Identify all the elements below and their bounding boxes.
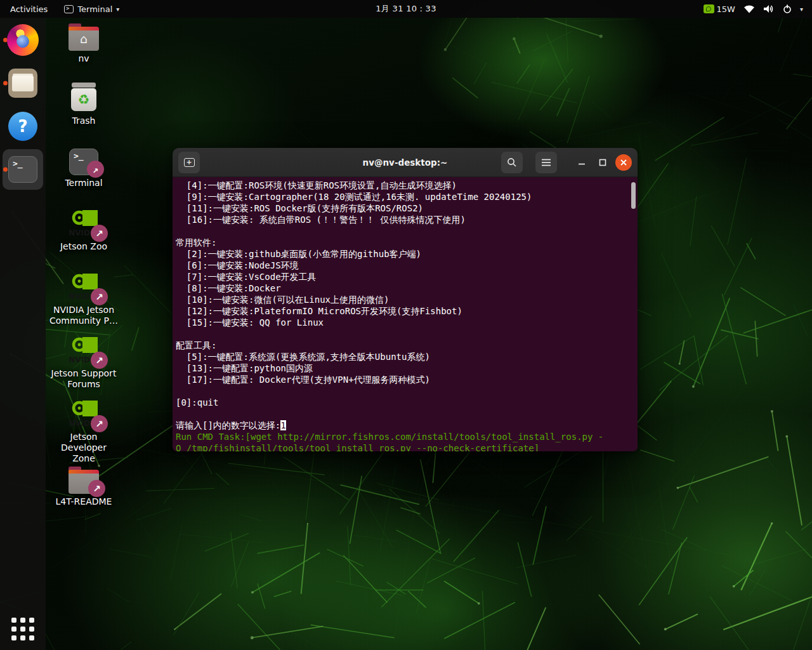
desktop-icon-label: NVIDIA Jetson Community P… <box>48 305 119 326</box>
nvidia-link-icon: NVIDIA ↗ <box>66 209 102 239</box>
help-icon: ? <box>8 112 37 141</box>
app-menu-label: Terminal <box>77 4 112 14</box>
link-arrow-icon: ↗ <box>91 415 108 432</box>
link-arrow-icon: ↗ <box>91 288 108 305</box>
running-indicator-dot <box>3 168 8 172</box>
link-arrow-icon: ↗ <box>88 480 105 497</box>
house-icon: ⌂ <box>69 32 99 45</box>
chevron-down-icon: ▾ <box>116 6 119 13</box>
system-menu-caret-icon: ▾ <box>800 6 803 13</box>
dock-item-terminal[interactable]: >_ <box>0 148 46 191</box>
clock-label: 1月 31 10：33 <box>376 3 436 15</box>
terminal-line: [2]:一键安装:github桌面版(小鱼常用的github客户端) <box>176 248 629 260</box>
menu-button[interactable] <box>535 152 557 173</box>
link-arrow-icon: ↗ <box>91 225 108 242</box>
search-button[interactable] <box>501 152 523 173</box>
new-tab-button[interactable]: + <box>178 152 200 173</box>
activities-button[interactable]: Activities <box>0 0 58 18</box>
dock: ? >_ <box>0 18 46 650</box>
terminal-line: [13]:一键配置:python国内源 <box>176 362 629 374</box>
terminal-prompt-line: 请输入[]内的数字以选择:1 <box>176 420 629 431</box>
terminal-icon: >_ <box>8 156 37 183</box>
nvidia-power-icon <box>704 4 714 13</box>
minimize-button[interactable] <box>573 154 590 171</box>
terminal-line: 配置工具: <box>176 340 629 351</box>
desktop-icon-nv[interactable]: ⌂ nv <box>48 22 119 64</box>
typed-input-cursor: 1 <box>280 420 285 430</box>
prompt-text: 请输入[]内的数字以选择: <box>176 420 280 430</box>
terminal-line: [6]:一键安装:NodeJS环境 <box>176 260 629 271</box>
power-mode-indicator: 15W <box>704 4 735 14</box>
terminal-command-line: O /tmp/fishinstall/tools/tool_install_ro… <box>176 442 629 451</box>
link-arrow-icon: ↗ <box>87 161 104 178</box>
titlebar-controls <box>501 152 632 173</box>
terminal-line <box>176 225 629 237</box>
show-applications-button[interactable] <box>11 617 35 641</box>
desktop-icon-jetson-support-forums[interactable]: NVIDIA ↗ Jetson Support Forums <box>48 336 119 390</box>
terminal-line <box>176 385 629 397</box>
top-bar: Activities > Terminal ▾ 1月 31 10：33 15W … <box>0 0 812 18</box>
trash-icon: ♻ <box>70 83 98 113</box>
firefox-icon <box>7 24 39 56</box>
hamburger-menu-icon <box>541 159 551 166</box>
app-menu-button[interactable]: > Terminal ▾ <box>58 0 126 18</box>
desktop-icon-label: Jetson Zoo <box>60 241 107 252</box>
system-status-area[interactable]: 15W ▾ <box>704 0 812 18</box>
recycle-icon: ♻ <box>78 92 90 107</box>
close-icon <box>620 159 627 166</box>
top-bar-left: Activities > Terminal ▾ <box>0 0 126 18</box>
nvidia-link-icon: NVIDIA ↗ <box>66 336 102 366</box>
terminal-line: [17]:一键配置: Docker代理(支持VPN+代理服务两种模式) <box>176 374 629 385</box>
desktop-icon-terminal[interactable]: >_ ↗ Terminal <box>48 149 119 189</box>
desktop-icon-label: Terminal <box>65 178 102 189</box>
desktop-icon-label: L4T-README <box>56 496 112 507</box>
clock-button[interactable]: 1月 31 10：33 <box>376 0 436 18</box>
terminal-line <box>176 328 629 340</box>
terminal-line: [11]:一键安装:ROS Docker版(支持所有版本ROS/ROS2) <box>176 202 629 214</box>
terminal-line: [5]:一键配置:系统源(更换系统源,支持全版本Ubuntu系统) <box>176 351 629 362</box>
terminal-line: [7]:一键安装:VsCode开发工具 <box>176 271 629 282</box>
files-icon <box>8 69 37 98</box>
close-button[interactable] <box>615 154 632 171</box>
terminal-content[interactable]: [4]:一键配置:ROS环境(快速更新ROS环境设置,自动生成环境选择) [9]… <box>173 177 638 451</box>
terminal-command-line: Run CMD Task:[wget http://mirror.fishros… <box>176 431 629 442</box>
desktop-icon-jetson-developer-zone[interactable]: NVIDIA ↗ Jetson Developer Zone <box>48 400 119 464</box>
terminal-line <box>176 408 629 420</box>
terminal-line: [16]:一键安装: 系统自带ROS (！！警告！！ 仅供特殊情况下使用) <box>176 214 629 225</box>
activities-label: Activities <box>10 4 48 14</box>
minimize-icon <box>578 159 586 166</box>
search-icon <box>507 157 517 168</box>
desktop-icon-nvidia-jetson-community[interactable]: NVIDIA ↗ NVIDIA Jetson Community P… <box>48 273 119 326</box>
volume-icon <box>763 4 775 13</box>
terminal-line: [8]:一键安装:Docker <box>176 282 629 294</box>
maximize-icon <box>599 159 606 166</box>
terminal-titlebar[interactable]: + nv@nv-desktop:~ <box>173 148 638 177</box>
desktop-icon-label: Jetson Support Forums <box>48 368 119 390</box>
new-tab-icon: + <box>184 158 195 167</box>
power-mode-label: 15W <box>717 4 735 14</box>
desktop-icon-jetson-zoo[interactable]: NVIDIA ↗ Jetson Zoo <box>48 209 119 252</box>
running-indicator-dot <box>3 81 8 86</box>
nvidia-link-icon: NVIDIA ↗ <box>66 273 102 302</box>
terminal-line: [9]:一键安装:Cartographer(18 20测试通过,16未测. up… <box>176 191 629 202</box>
desktop-icon-l4t-readme[interactable]: ↗ L4T-README <box>48 465 119 507</box>
terminal-line: 常用软件: <box>176 237 629 248</box>
folder-link-icon: ↗ <box>69 470 99 494</box>
dock-item-files[interactable] <box>0 62 46 105</box>
maximize-button[interactable] <box>594 154 611 171</box>
dock-item-help[interactable]: ? <box>0 105 46 148</box>
power-icon <box>783 4 792 13</box>
terminal-line: [15]:一键安装: QQ for Linux <box>176 317 629 328</box>
scrollbar-thumb[interactable] <box>631 182 636 209</box>
wifi-icon <box>743 4 755 13</box>
terminal-link-icon: >_ ↗ <box>69 149 98 175</box>
nvidia-link-icon: NVIDIA ↗ <box>66 400 102 429</box>
terminal-line: [12]:一键安装:PlateformIO MicroROS开发环境(支持Fis… <box>176 305 629 317</box>
link-arrow-icon: ↗ <box>91 352 108 369</box>
dock-item-firefox[interactable] <box>0 18 46 62</box>
desktop-icon-label: Jetson Developer Zone <box>48 432 119 464</box>
desktop-icon-label: Trash <box>72 116 96 126</box>
desktop-icon-trash[interactable]: ♻ Trash <box>48 83 119 126</box>
terminal-line: [4]:一键配置:ROS环境(快速更新ROS环境设置,自动生成环境选择) <box>176 180 629 191</box>
terminal-app-icon: > <box>64 5 74 13</box>
